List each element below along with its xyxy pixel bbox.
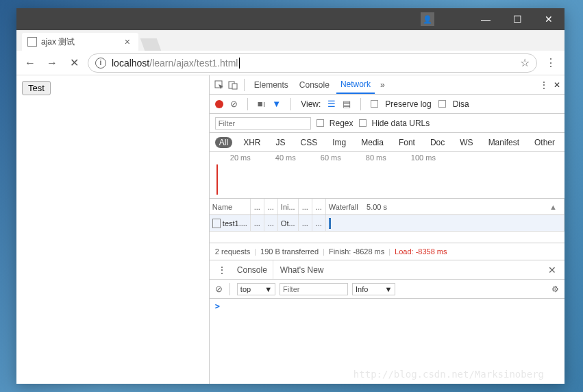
type-img[interactable]: Img (328, 137, 350, 148)
status-load: Load: -8358 ms (395, 247, 447, 256)
tab-elements[interactable]: Elements (250, 75, 293, 94)
drawer-menu-icon[interactable]: ⋮ (214, 265, 230, 275)
view-large-icon[interactable]: ▤ (343, 99, 351, 109)
console-filter-input[interactable] (280, 283, 348, 295)
content-area: Test Elements Console Network » ⋮ ✕ ⊘ (16, 75, 565, 384)
tab-close-icon[interactable]: × (122, 36, 133, 47)
network-filter-row: Regex Hide data URLs (210, 114, 565, 133)
user-icon: 👤 (421, 12, 434, 26)
drawer-close-icon[interactable]: ✕ (544, 265, 560, 275)
status-finish: Finish: -8628 ms (329, 247, 384, 256)
record-button[interactable] (215, 100, 223, 108)
url-path: /learn/ajax/test1.html (149, 58, 238, 69)
devtools-menu-icon[interactable]: ⋮ (540, 80, 548, 90)
devtools-close-icon[interactable]: ✕ (554, 80, 560, 90)
hide-data-checkbox[interactable] (359, 119, 367, 127)
hide-data-label: Hide data URLs (372, 119, 430, 128)
regex-label: Regex (330, 119, 353, 128)
console-prompt: > (215, 302, 220, 311)
console-toolbar: ⊘ top▼ Info▼ ⚙ (210, 280, 565, 299)
page-icon (27, 37, 37, 47)
console-body[interactable]: > (210, 299, 565, 384)
view-list-icon[interactable]: ☰ (327, 99, 336, 109)
maximize-button[interactable]: ☐ (501, 8, 533, 30)
col-name[interactable]: Name (210, 199, 251, 215)
context-selector[interactable]: top▼ (237, 283, 275, 295)
clear-icon[interactable]: ⊘ (230, 99, 238, 109)
network-filter-input[interactable] (215, 117, 311, 130)
devtools-tabbar: Elements Console Network » ⋮ ✕ (210, 75, 565, 95)
request-type-filters: All XHR JS CSS Img Media Font Doc WS Man… (210, 133, 565, 152)
network-timeline[interactable]: 20 ms 40 ms 60 ms 80 ms 100 ms (210, 152, 565, 199)
address-row: ← → ✕ i localhost/learn/ajax/test1.html … (16, 51, 565, 75)
type-all[interactable]: All (215, 137, 232, 148)
sort-arrow-icon: ▲ (549, 203, 561, 211)
type-js[interactable]: JS (272, 137, 290, 148)
page-body: Test (16, 75, 209, 384)
request-row[interactable]: test1.... ... ... Ot... ... ... (210, 215, 565, 232)
tab-network[interactable]: Network (336, 75, 375, 94)
svg-rect-2 (232, 84, 237, 89)
timeline-marker (216, 164, 218, 195)
view-label: View: (301, 99, 321, 109)
network-toolbar: ⊘ ■ı ▼ View: ☰ ▤ Preserve log Disa (210, 95, 565, 114)
browser-window: 👤 — ☐ ✕ ajax 测试 × ← → ✕ i localhost/lear… (16, 8, 565, 384)
log-level-selector[interactable]: Info▼ (352, 283, 395, 295)
more-tabs-icon[interactable]: » (377, 80, 388, 90)
test-button[interactable]: Test (22, 81, 51, 95)
filter-toggle-icon[interactable]: ▼ (272, 99, 281, 109)
browser-menu-button[interactable]: ⋮ (543, 56, 559, 69)
browser-tab[interactable]: ajax 测试 × (22, 33, 138, 51)
site-info-icon[interactable]: i (95, 58, 106, 69)
text-cursor (239, 58, 240, 69)
browser-tabs: ajax 测试 × (16, 30, 565, 51)
back-button[interactable]: ← (22, 55, 38, 71)
type-manifest[interactable]: Manifest (484, 137, 523, 148)
type-xhr[interactable]: XHR (239, 137, 264, 148)
tab-title: ajax 测试 (41, 36, 75, 48)
tab-console[interactable]: Console (295, 75, 334, 94)
type-font[interactable]: Font (395, 137, 419, 148)
profile-button[interactable]: 👤 (421, 8, 448, 30)
devtools-panel: Elements Console Network » ⋮ ✕ ⊘ ■ı ▼ Vi… (209, 75, 565, 384)
stop-reload-button[interactable]: ✕ (66, 55, 82, 71)
console-clear-icon[interactable]: ⊘ (215, 284, 223, 294)
disable-cache-label: Disa (453, 99, 469, 109)
forward-button[interactable]: → (44, 55, 60, 71)
waterfall-bar (329, 218, 331, 229)
device-toggle-icon[interactable] (227, 79, 238, 90)
minimize-button[interactable]: — (470, 8, 501, 30)
type-doc[interactable]: Doc (426, 137, 449, 148)
status-requests: 2 requests (215, 247, 250, 256)
type-other[interactable]: Other (530, 137, 559, 148)
drawer-tab-whatsnew[interactable]: What's New (275, 260, 330, 279)
address-bar[interactable]: i localhost/learn/ajax/test1.html ☆ (88, 53, 537, 73)
disable-cache-checkbox[interactable] (438, 100, 446, 108)
close-button[interactable]: ✕ (533, 8, 565, 30)
inspect-element-icon[interactable] (214, 79, 225, 90)
preserve-log-checkbox[interactable] (371, 100, 378, 108)
network-status-bar: 2 requests | 190 B transferred | Finish:… (210, 243, 565, 260)
regex-checkbox[interactable] (317, 119, 324, 127)
preserve-log-label: Preserve log (385, 99, 431, 109)
type-css[interactable]: CSS (297, 137, 322, 148)
type-ws[interactable]: WS (456, 137, 477, 148)
request-table-header: Name ... ... Ini... ... ... Waterfall 5.… (210, 199, 565, 215)
col-initiator[interactable]: Ini... (278, 199, 299, 215)
file-icon (212, 219, 221, 228)
camera-icon[interactable]: ■ı (258, 99, 265, 109)
col-waterfall[interactable]: Waterfall 5.00 s▲ (326, 199, 565, 215)
chevron-down-icon: ▼ (384, 285, 392, 293)
url-host: localhost (112, 58, 149, 69)
drawer-tab-console[interactable]: Console (232, 260, 273, 279)
status-transferred: 190 B transferred (260, 247, 319, 256)
console-settings-icon[interactable]: ⚙ (551, 284, 559, 294)
window-titlebar: 👤 — ☐ ✕ (16, 8, 565, 30)
type-media[interactable]: Media (357, 137, 388, 148)
chevron-down-icon: ▼ (264, 285, 272, 293)
drawer-tabbar: ⋮ Console What's New ✕ (210, 260, 565, 280)
bookmark-icon[interactable]: ☆ (520, 56, 530, 69)
new-tab-button[interactable] (140, 38, 162, 51)
